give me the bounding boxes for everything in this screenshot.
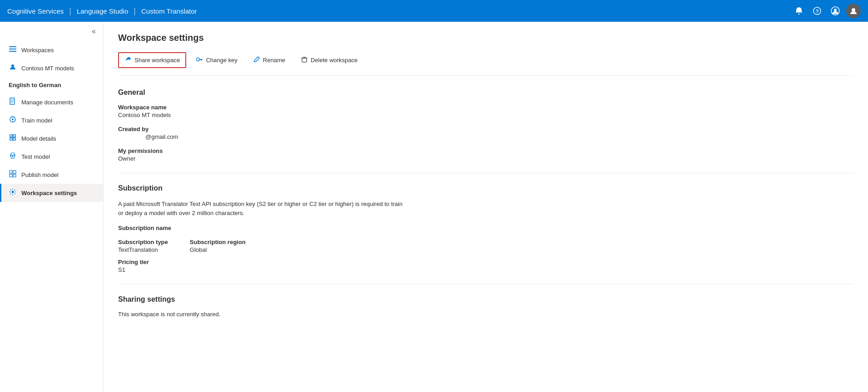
model-details-label: Model details [21, 135, 96, 142]
model-details-icon [9, 134, 17, 143]
pricing-tier-label: Pricing tier [118, 259, 853, 265]
svg-rect-7 [9, 51, 16, 52]
workspace-settings-label: Workspace settings [21, 190, 96, 196]
top-nav-left: Cognitive Services | Language Studio | C… [7, 6, 197, 16]
sidebar-item-manage-documents[interactable]: Manage documents [0, 93, 103, 111]
svg-rect-17 [10, 135, 12, 137]
my-permissions-group: My permissions Owner [118, 147, 853, 162]
subscription-region-group: Subscription region Global [190, 239, 246, 253]
svg-point-3 [834, 9, 837, 11]
nav-separator-1: | [69, 6, 71, 16]
subscription-region-label: Subscription region [190, 239, 246, 245]
publish-model-label: Publish model [21, 172, 96, 178]
subscription-type-group: Subscription type TextTranslation [118, 239, 168, 253]
subscription-name-group: Subscription name [118, 225, 853, 231]
sidebar-item-workspace-settings[interactable]: Workspace settings [0, 184, 103, 202]
page-title: Workspace settings [118, 33, 853, 43]
subscription-section: Subscription A paid Microsoft Translator… [118, 184, 853, 273]
sharing-section-title: Sharing settings [118, 295, 853, 304]
delete-workspace-button[interactable]: Delete workspace [295, 53, 363, 68]
svg-point-4 [852, 8, 855, 12]
workspaces-label: Workspaces [21, 47, 96, 54]
subscription-type-region-row: Subscription type TextTranslation Subscr… [118, 239, 853, 253]
workspace-name-value: Contoso MT models [118, 112, 853, 118]
svg-point-14 [12, 118, 14, 120]
sidebar-collapse-area: « [0, 22, 103, 41]
rename-label: Rename [263, 57, 285, 64]
svg-rect-5 [9, 46, 16, 47]
toolbar: Share workspace Change key [118, 52, 853, 76]
workspaces-icon [9, 45, 17, 54]
contoso-icon [9, 64, 17, 73]
help-icon[interactable]: ? [810, 4, 824, 18]
svg-rect-6 [9, 49, 16, 49]
sidebar-item-publish-model[interactable]: Publish model [0, 166, 103, 184]
top-nav-right: ? [792, 4, 861, 18]
publish-model-icon [9, 170, 17, 179]
svg-text:?: ? [816, 9, 819, 14]
share-icon [124, 56, 132, 64]
svg-rect-25 [13, 174, 16, 177]
pencil-icon [253, 56, 260, 64]
user-avatar[interactable] [846, 4, 861, 18]
sidebar-item-workspaces[interactable]: Workspaces [0, 41, 103, 59]
top-nav: Cognitive Services | Language Studio | C… [0, 0, 868, 22]
subscription-type-label: Subscription type [118, 239, 168, 245]
pricing-tier-value: S1 [118, 266, 853, 273]
trash-icon [301, 56, 308, 64]
contoso-label: Contoso MT models [21, 65, 96, 72]
manage-documents-icon [9, 98, 17, 107]
created-by-group: Created by @gmail.com [118, 126, 853, 140]
workspace-name-group: Workspace name Contoso MT models [118, 104, 853, 118]
svg-rect-18 [13, 135, 15, 137]
test-model-icon [9, 152, 17, 161]
rename-button[interactable]: Rename [247, 53, 291, 68]
brand-custom-translator[interactable]: Custom Translator [141, 7, 197, 15]
general-divider [118, 173, 853, 173]
train-model-label: Train model [21, 117, 96, 124]
share-workspace-button[interactable]: Share workspace [118, 52, 186, 68]
brand-language-studio[interactable]: Language Studio [77, 7, 128, 15]
sidebar-item-contoso-mt-models[interactable]: Contoso MT models [0, 59, 103, 77]
change-key-button[interactable]: Change key [190, 53, 243, 68]
general-section-title: General [118, 88, 853, 97]
notifications-icon[interactable] [792, 4, 806, 18]
manage-documents-label: Manage documents [21, 99, 96, 106]
created-by-value: @gmail.com [118, 133, 853, 140]
my-permissions-value: Owner [118, 155, 853, 162]
sharing-section: Sharing settings This workspace is not c… [118, 295, 853, 318]
account-icon[interactable] [828, 4, 843, 18]
subscription-region-value: Global [190, 246, 246, 253]
svg-rect-23 [13, 171, 16, 173]
app-body: « Workspaces Contoso MT models English t… [0, 22, 868, 392]
sidebar-item-test-model[interactable]: Test model [0, 147, 103, 166]
svg-rect-22 [10, 171, 12, 173]
nav-separator-2: | [134, 6, 136, 16]
svg-rect-19 [10, 138, 12, 140]
brand-cognitive-services[interactable]: Cognitive Services [7, 7, 64, 15]
sidebar-item-model-details[interactable]: Model details [0, 129, 103, 147]
svg-rect-24 [10, 174, 12, 177]
created-by-label: Created by [118, 126, 853, 132]
sidebar: « Workspaces Contoso MT models English t… [0, 22, 104, 392]
subscription-section-title: Subscription [118, 184, 853, 192]
svg-point-27 [197, 58, 200, 61]
sharing-note: This workspace is not currently shared. [118, 311, 853, 318]
svg-rect-31 [302, 58, 307, 62]
sidebar-item-train-model[interactable]: Train model [0, 111, 103, 129]
subscription-type-value: TextTranslation [118, 246, 168, 253]
workspace-settings-icon [9, 188, 17, 197]
general-section: General Workspace name Contoso MT models… [118, 88, 853, 162]
workspace-name-label: Workspace name [118, 104, 853, 111]
key-icon [196, 56, 203, 64]
svg-point-8 [11, 64, 14, 67]
english-to-german-label: English to German [9, 82, 96, 88]
subscription-name-label: Subscription name [118, 225, 853, 231]
subscription-divider [118, 284, 853, 284]
test-model-label: Test model [21, 153, 96, 160]
collapse-button[interactable]: « [90, 25, 98, 37]
change-key-label: Change key [206, 57, 237, 64]
svg-point-21 [12, 156, 14, 157]
main-content: Workspace settings Share workspace [104, 22, 868, 392]
svg-point-26 [12, 191, 14, 193]
